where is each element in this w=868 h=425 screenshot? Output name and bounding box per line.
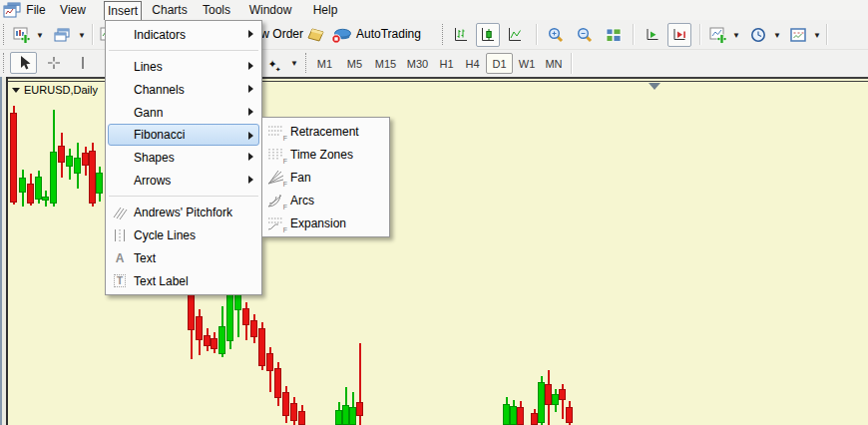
crosshair-button[interactable] (40, 52, 67, 74)
profiles-dropdown-caret[interactable]: ▼ (76, 23, 88, 47)
submenu-item-label: Expansion (290, 216, 389, 230)
submenu-arrow-icon (248, 108, 253, 116)
pitchfork-icon (106, 205, 134, 220)
periods-button[interactable] (746, 23, 770, 47)
cursor-icon (17, 55, 31, 71)
menu-item-channels[interactable]: Channels (106, 78, 261, 101)
chart-candles-button[interactable] (476, 23, 500, 47)
candle-bear (282, 392, 289, 416)
menu-item-label: Channels (134, 83, 261, 97)
menu-item-indicators[interactable]: Indicators (106, 23, 261, 46)
toolbar-grip[interactable] (3, 24, 5, 45)
timeframe-h4-button[interactable]: H4 (460, 53, 485, 74)
templates-dropdown-caret[interactable]: ▼ (811, 23, 823, 47)
submenu-item-fan[interactable]: F Fan (262, 166, 389, 189)
candle-bear (196, 316, 203, 340)
menu-item-cycle-lines[interactable]: Cycle Lines (106, 223, 261, 246)
submenu-arrow-icon (248, 85, 253, 93)
auto-scroll-button[interactable] (641, 23, 664, 47)
submenu-item-retracement[interactable]: F Retracement (262, 120, 389, 143)
chart-line-button[interactable] (503, 23, 527, 47)
menu-item-fibonacci[interactable]: Fibonacci (108, 124, 259, 146)
cursor-button[interactable] (10, 52, 37, 74)
arrow-tools-button[interactable]: ✦✦ (263, 52, 287, 74)
toolbar-end-edge (571, 53, 572, 74)
menu-item-label: Lines (134, 60, 261, 74)
vertical-line-button[interactable] (70, 52, 95, 74)
mt4-logo-icon (3, 2, 21, 18)
menu-item-lines[interactable]: Lines (106, 55, 261, 78)
zoom-out-button[interactable] (573, 23, 597, 47)
candle-bull (74, 158, 81, 174)
timeframe-m1-button[interactable]: M1 (310, 53, 339, 74)
candle-bull (35, 177, 42, 200)
menubar-item-help[interactable]: Help (307, 1, 343, 20)
autotrading-label[interactable]: AutoTrading (356, 27, 421, 41)
submenu-item-arcs[interactable]: F Arcs (262, 189, 389, 212)
timeframe-m15-button[interactable]: M15 (370, 53, 401, 74)
submenu-item-time-zones[interactable]: F Time Zones (262, 143, 389, 166)
chart-bars-button[interactable] (449, 23, 473, 47)
menu-item-arrows[interactable]: Arrows (106, 169, 261, 192)
candle-bear (82, 153, 89, 166)
submenu-item-expansion[interactable]: F Expansion (262, 212, 389, 234)
new-chart-button[interactable] (9, 23, 33, 47)
expert-advisors-button[interactable] (304, 23, 328, 47)
menubar-item-view[interactable]: View (55, 1, 91, 20)
timeframe-d1-button[interactable]: D1 (486, 53, 513, 74)
timeframe-h1-button[interactable]: H1 (434, 53, 459, 74)
candle-bear (531, 413, 538, 425)
menubar-item-window[interactable]: Window (244, 1, 296, 20)
submenu-item-label: Time Zones (290, 148, 389, 162)
menu-item-gann[interactable]: Gann (106, 101, 261, 124)
indicators-dropdown-caret[interactable]: ▼ (730, 23, 742, 47)
candle-bear (188, 293, 195, 330)
candle-bear (274, 368, 281, 398)
submenu-arrow-icon (248, 132, 253, 140)
timeframe-mn-button[interactable]: MN (541, 53, 567, 74)
menu-item-text-label[interactable]: T Text Label (106, 269, 261, 292)
candle-bull (19, 178, 26, 193)
candle-bear (211, 338, 217, 349)
menubar-item-tools[interactable]: Tools (198, 1, 235, 20)
menubar-item-insert[interactable]: Insert (104, 1, 142, 20)
new-chart-dropdown-caret[interactable]: ▼ (34, 23, 46, 47)
autotrading-button[interactable] (330, 23, 352, 47)
indicators-list-button[interactable] (705, 23, 729, 47)
menu-item-label: Fibonacci (134, 128, 258, 142)
toolbar-separator (536, 24, 537, 45)
periods-dropdown-caret[interactable]: ▼ (771, 23, 783, 47)
candle-bull (552, 394, 559, 405)
toolbar-grip[interactable] (3, 53, 5, 73)
menubar-item-file[interactable]: File (20, 1, 52, 20)
candle-bear (356, 402, 363, 416)
auto-scroll-icon (645, 27, 660, 43)
menu-item-shapes[interactable]: Shapes (106, 146, 261, 169)
submenu-arrow-icon (248, 30, 253, 38)
line-chart-icon (507, 27, 523, 43)
toolbar-grip[interactable] (442, 24, 444, 45)
templates-button[interactable] (786, 23, 810, 47)
timeframe-m5-button[interactable]: M5 (340, 53, 369, 74)
menu-item-label: Text Label (134, 274, 261, 288)
menu-item-label: Indicators (134, 28, 261, 42)
app-chart-window-icon[interactable] (3, 2, 21, 22)
zoom-in-button[interactable] (544, 23, 568, 47)
timeframe-w1-button[interactable]: W1 (514, 53, 540, 74)
menu-item-text[interactable]: A Text (106, 246, 261, 269)
candle-bull (538, 382, 545, 423)
menu-item-andrews-pitchfork[interactable]: Andrews' Pitchfork (106, 201, 261, 223)
profiles-button[interactable] (50, 23, 74, 47)
menubar-item-charts[interactable]: Charts (148, 1, 192, 20)
timeframe-m30-button[interactable]: M30 (402, 53, 433, 74)
candle-bull (503, 404, 510, 425)
crosshair-icon (46, 55, 62, 71)
toolbar-grip[interactable] (305, 53, 307, 73)
arrow-tools-dropdown-caret[interactable]: ▼ (288, 52, 300, 74)
menu-item-label: Text (134, 251, 261, 265)
fibo-arcs-icon: F (262, 193, 290, 209)
new-chart-icon (13, 27, 30, 44)
tile-windows-button[interactable] (602, 23, 626, 47)
submenu-item-label: Arcs (290, 194, 389, 208)
chart-shift-button[interactable] (667, 23, 691, 47)
